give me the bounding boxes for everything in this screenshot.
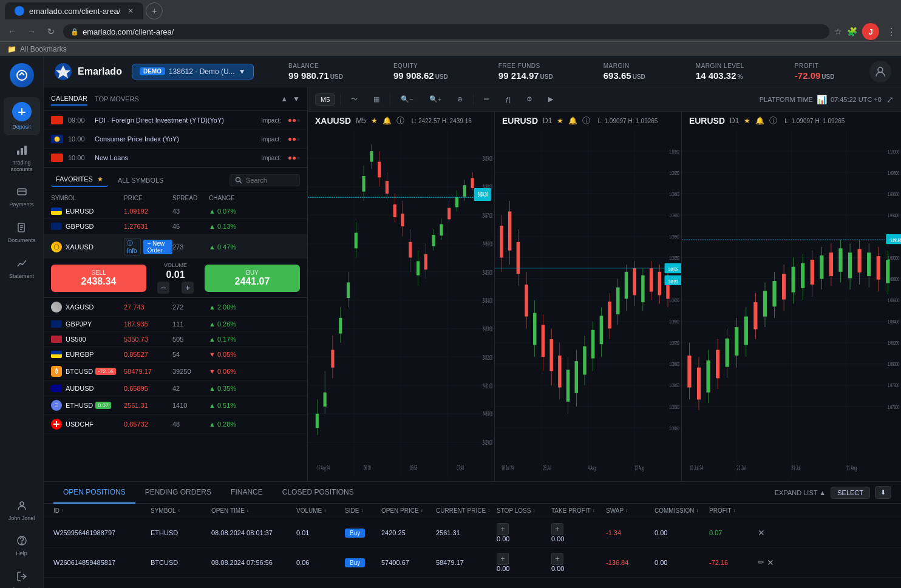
add-sl-2[interactable]: + bbox=[497, 553, 509, 565]
select-button[interactable]: SELECT bbox=[831, 487, 870, 499]
sidebar-item-profile[interactable]: John Jonel bbox=[4, 493, 40, 527]
symbol-row-audusd[interactable]: AUDUSD 0.65895 42 ▲ 0.35% bbox=[44, 381, 307, 396]
svg-rect-74 bbox=[416, 261, 420, 275]
download-button[interactable]: ⬇ bbox=[875, 486, 891, 499]
xauusd-star-icon[interactable]: ★ bbox=[371, 117, 378, 125]
eurusd-star-icon-2[interactable]: ★ bbox=[744, 117, 750, 125]
symbol-row-eurusd[interactable]: EURUSD 1.09192 43 ▲ 0.07% bbox=[44, 204, 307, 219]
user-icon[interactable] bbox=[869, 61, 891, 83]
chart-expand-btn[interactable]: ⤢ bbox=[886, 95, 894, 104]
tab-favorites[interactable]: FAVORITES ★ bbox=[51, 173, 108, 187]
symbol-row-gbpusd[interactable]: GBPUSD 1.27631 45 ▲ 0.13% bbox=[44, 219, 307, 234]
extensions-icon[interactable]: 🧩 bbox=[847, 27, 857, 36]
ethusd-price: 2561.31 bbox=[124, 402, 172, 409]
xauusd-bell-icon[interactable]: 🔔 bbox=[382, 117, 392, 125]
back-button[interactable]: ← bbox=[5, 24, 19, 39]
tab-closed-positions[interactable]: CLOSED POSITIONS bbox=[273, 482, 364, 504]
symbol-row-gbpjpy[interactable]: GBPJPY 187.935 111 ▲ 0.26% bbox=[44, 317, 307, 332]
impact-dot bbox=[288, 119, 291, 122]
symbol-row-ethusd[interactable]: Ξ ETHUSD 0.07 2561.31 1410 ▲ 0.51% bbox=[44, 396, 307, 415]
profile-button[interactable]: J bbox=[862, 23, 879, 40]
sell-button[interactable]: SELL 2438.34 bbox=[51, 265, 146, 292]
svg-rect-159 bbox=[625, 272, 628, 299]
expand-list-btn[interactable]: EXPAND LIST ▲ bbox=[775, 489, 826, 496]
zoom-in-btn[interactable]: 🔍+ bbox=[424, 93, 447, 106]
tab-calendar[interactable]: CALENDAR bbox=[51, 92, 87, 106]
volume-increase-btn[interactable]: + bbox=[182, 282, 194, 294]
svg-text:10 Jul 24: 10 Jul 24 bbox=[689, 464, 703, 471]
stat-balance: BALANCE 99 980.71USD bbox=[288, 63, 343, 81]
panel-minimize-icon[interactable]: ▲ bbox=[280, 95, 288, 103]
flag-us bbox=[51, 336, 62, 343]
sidebar-item-deposit[interactable]: Deposit bbox=[4, 97, 40, 135]
svg-text:1.09650: 1.09650 bbox=[669, 212, 679, 219]
eurusd-bell-icon-1[interactable]: 🔔 bbox=[568, 117, 577, 125]
chart-type-line-btn[interactable]: 〜 bbox=[345, 92, 363, 106]
symbol-row-btcusd[interactable]: ₿ BTCUSD -72.16 58479.17 39250 ▼ 0.06% bbox=[44, 362, 307, 381]
timeframe-m5-btn[interactable]: M5 bbox=[315, 93, 335, 106]
symbol-row-us500[interactable]: US500 5350.73 505 ▲ 0.17% bbox=[44, 332, 307, 347]
crosshair-btn[interactable]: ⊕ bbox=[452, 93, 468, 106]
search-input[interactable] bbox=[246, 177, 294, 184]
symbol-row-eurgbp[interactable]: EURGBP 0.85527 54 ▼ 0.05% bbox=[44, 347, 307, 362]
app-container: Deposit Trading accounts Payments Docume… bbox=[0, 56, 901, 588]
reload-button[interactable]: ↻ bbox=[44, 24, 58, 39]
close-pos-2[interactable]: ✕ bbox=[767, 558, 774, 567]
sidebar-item-statement[interactable]: Statement bbox=[4, 251, 40, 285]
panel-expand-icon[interactable]: ▼ bbox=[293, 95, 300, 103]
symbol-row-usdchf[interactable]: USDCHF 0.85732 48 ▲ 0.28% bbox=[44, 415, 307, 434]
svg-rect-135 bbox=[525, 285, 528, 317]
sidebar-item-help[interactable]: Help bbox=[4, 529, 40, 562]
add-sl-1[interactable]: + bbox=[497, 523, 509, 535]
impact-label-2: Impact: bbox=[261, 136, 281, 143]
draw-btn[interactable]: ✏ bbox=[478, 93, 495, 106]
tab-all-symbols[interactable]: ALL SYMBOLS bbox=[113, 174, 168, 186]
buy-button[interactable]: BUY 2441.07 bbox=[205, 265, 300, 292]
help-icon bbox=[15, 533, 29, 548]
address-bar[interactable]: 🔒 emarlado.com/client-area/ bbox=[63, 24, 829, 39]
sidebar-item-logout[interactable]: Logout bbox=[4, 564, 40, 588]
forward-button[interactable]: → bbox=[24, 24, 39, 39]
pos-swap-1: -1.34 bbox=[606, 529, 654, 536]
symbol-row-xagusd[interactable]: XAGUSD 27.743 272 ▲ 2.00% bbox=[44, 298, 307, 317]
add-tp-1[interactable]: + bbox=[551, 523, 563, 535]
sidebar-item-trading-accounts[interactable]: Trading accounts bbox=[4, 138, 40, 178]
edit-pos-2[interactable]: ✏ bbox=[758, 558, 764, 567]
th-profit: PROFIT ↕ bbox=[709, 507, 758, 514]
more-options-icon[interactable]: ⋮ bbox=[886, 26, 896, 38]
platform-time-label: PLATFORM TIME bbox=[760, 96, 813, 103]
tab-open-positions[interactable]: OPEN POSITIONS bbox=[53, 482, 135, 504]
xauusd-info-btn[interactable]: ⓘ Info bbox=[124, 238, 141, 255]
settings-btn[interactable]: ⚙ bbox=[521, 93, 538, 106]
tab-pending-orders[interactable]: PENDING ORDERS bbox=[135, 482, 221, 504]
sidebar-item-documents[interactable]: Documents bbox=[4, 215, 40, 249]
svg-line-19 bbox=[240, 181, 242, 183]
volume-decrease-btn[interactable]: − bbox=[157, 282, 169, 294]
chart-type-candle-btn[interactable]: ▦ bbox=[368, 93, 385, 106]
eurusd-info-icon-2[interactable]: ⓘ bbox=[769, 115, 777, 126]
svg-text:06:10: 06:10 bbox=[364, 465, 371, 472]
flag-eth: Ξ bbox=[51, 400, 62, 411]
eurusd-info-icon-1[interactable]: ⓘ bbox=[582, 115, 590, 126]
tab-close-icon[interactable]: ✕ bbox=[127, 7, 134, 15]
auto-scroll-btn[interactable]: ▶ bbox=[543, 93, 559, 106]
tab-finance[interactable]: FINANCE bbox=[221, 482, 273, 504]
tab-top-movers[interactable]: TOP MOVERS bbox=[95, 93, 139, 105]
eurusd-star-icon-1[interactable]: ★ bbox=[557, 117, 563, 125]
margin-level-label: MARGIN LEVEL bbox=[696, 63, 744, 69]
zoom-out-btn[interactable]: 🔍− bbox=[395, 93, 418, 106]
bookmark-star-icon[interactable]: ☆ bbox=[834, 27, 842, 36]
sidebar-item-payments[interactable]: Payments bbox=[4, 180, 40, 213]
indicator-btn[interactable]: ƒ| bbox=[500, 93, 516, 106]
symbol-row-xauusd[interactable]: XAUUSD ⓘ Info + New Order 273 ▲ 0.47% bbox=[44, 234, 307, 259]
new-tab-btn[interactable]: + bbox=[146, 2, 163, 19]
xauusd-info-icon[interactable]: ⓘ bbox=[396, 115, 404, 126]
add-tp-2[interactable]: + bbox=[551, 553, 563, 565]
account-selector[interactable]: DEMO 138612 - Demo (U... ▼ bbox=[132, 64, 254, 79]
close-pos-1[interactable]: ✕ bbox=[758, 528, 782, 538]
eurusd-bell-icon-2[interactable]: 🔔 bbox=[755, 117, 764, 125]
search-box[interactable] bbox=[229, 174, 300, 186]
xauusd-order-btn[interactable]: + New Order bbox=[143, 240, 172, 254]
active-tab[interactable]: emarlado.com/client-area/ ✕ bbox=[5, 2, 143, 19]
svg-point-18 bbox=[236, 177, 240, 181]
